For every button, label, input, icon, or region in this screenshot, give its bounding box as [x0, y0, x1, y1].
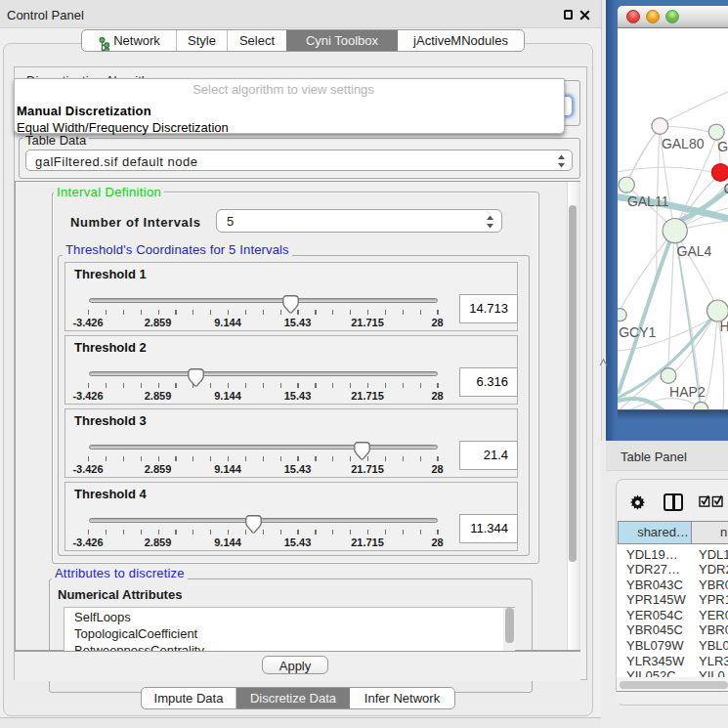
svg-text:GAL11: GAL11	[627, 193, 669, 209]
svg-text:GCY1: GCY1	[619, 324, 656, 340]
svg-text:GAL80: GAL80	[662, 136, 705, 151]
svg-text:GAL4: GAL4	[677, 243, 712, 259]
svg-text:H: H	[720, 319, 728, 334]
svg-text:GA: GA	[717, 139, 728, 154]
svg-text:C: C	[724, 181, 728, 196]
svg-text:HAP2: HAP2	[669, 384, 706, 400]
